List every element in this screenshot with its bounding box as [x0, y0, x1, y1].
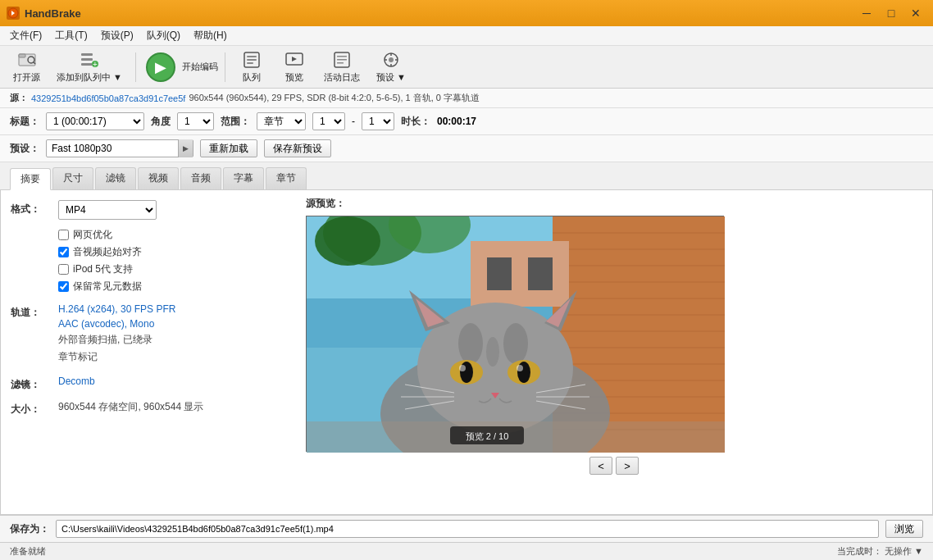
svg-rect-7: [81, 63, 93, 66]
browse-button[interactable]: 浏览: [885, 520, 923, 538]
web-optimize-checkbox[interactable]: [58, 230, 69, 240]
menu-file[interactable]: 文件(F): [3, 27, 48, 44]
tab-subtitles[interactable]: 字幕: [223, 167, 264, 189]
duration-value: 00:00:17: [437, 116, 476, 127]
svg-rect-2: [19, 54, 25, 57]
checkbox-ipod: iPod 5代 支持: [58, 262, 286, 276]
preset-dropdown[interactable]: Fast 1080p30 ▶: [46, 139, 193, 157]
tab-summary[interactable]: 摘要: [10, 168, 51, 190]
track1: H.264 (x264), 30 FPS PFR: [58, 303, 286, 315]
metadata-checkbox[interactable]: [58, 281, 69, 292]
close-button[interactable]: ✕: [905, 4, 926, 22]
track4: 章节标记: [58, 350, 286, 364]
activity-log-icon: [332, 50, 352, 70]
web-optimize-label: 网页优化: [73, 228, 112, 242]
status-bar: 准备就绪 当完成时： 无操作 ▼: [0, 542, 933, 560]
preview-label: 源预览：: [306, 197, 922, 211]
source-hash: 4329251b4bd6f05b0a87ca3d91c7ee5f: [31, 93, 185, 103]
preset-arrow-icon[interactable]: ▶: [178, 139, 193, 157]
size-content: 960x544 存储空间, 960x544 显示: [58, 400, 286, 414]
app-icon: [7, 7, 20, 20]
preview-prev-button[interactable]: <: [589, 457, 612, 475]
preview-button[interactable]: 预览: [275, 49, 314, 85]
preset-label: 预设：: [10, 142, 39, 156]
left-panel: 格式： MP4 网页优化 音视频起始对齐 iPod 5代 支持: [1, 190, 296, 514]
tab-size[interactable]: 尺寸: [52, 167, 93, 189]
duration-label: 时长：: [401, 115, 430, 129]
svg-point-56: [503, 323, 528, 364]
start-encode-button[interactable]: ▶: [146, 52, 175, 82]
size-value: 960x544 存储空间, 960x544 显示: [58, 401, 203, 412]
tracks-row: 轨道： H.264 (x264), 30 FPS PFR AAC (avcode…: [11, 303, 286, 367]
reload-preset-button[interactable]: 重新加载: [200, 139, 257, 157]
checkbox-group: 网页优化 音视频起始对齐 iPod 5代 支持 保留常见元数据: [11, 228, 286, 294]
add-to-queue-button[interactable]: + 添加到队列中 ▼: [50, 49, 129, 85]
menu-tools[interactable]: 工具(T): [48, 27, 93, 44]
svg-text:预览 2 / 10: 预览 2 / 10: [466, 431, 509, 441]
menu-queue[interactable]: 队列(Q): [140, 27, 187, 44]
queue-button[interactable]: 队列: [232, 49, 271, 85]
menu-presets[interactable]: 预设(P): [94, 27, 140, 44]
svg-rect-12: [247, 59, 257, 61]
format-content: MP4: [58, 200, 286, 220]
tab-audio[interactable]: 音频: [180, 167, 221, 189]
svg-point-21: [389, 57, 394, 62]
preset-row: 预设： Fast 1080p30 ▶ 重新加载 保存新预设: [0, 135, 933, 162]
source-info: 960x544 (960x544), 29 FPS, SDR (8-bit 4:…: [189, 92, 480, 104]
svg-rect-46: [471, 241, 569, 307]
status-right-label: 当完成时：: [837, 546, 882, 556]
filters-label: 滤镜：: [11, 376, 52, 392]
tabs-row: 摘要 尺寸 滤镜 视频 音频 字幕 章节: [0, 162, 933, 190]
presets-icon: [381, 50, 401, 70]
status-right: 当完成时： 无操作 ▼: [837, 545, 923, 558]
menu-bar: 文件(F) 工具(T) 预设(P) 队列(Q) 帮助(H): [0, 26, 933, 46]
svg-point-45: [315, 216, 380, 266]
svg-marker-15: [292, 57, 297, 61]
range-to-select[interactable]: 1: [362, 112, 394, 130]
open-source-button[interactable]: 打开源: [7, 49, 47, 85]
presets-button[interactable]: 预设 ▼: [370, 49, 412, 85]
source-row: 源： 4329251b4bd6f05b0a87ca3d91c7ee5f 960x…: [0, 89, 933, 108]
save-path-input[interactable]: [56, 520, 879, 538]
align-av-checkbox[interactable]: [58, 247, 69, 257]
angle-select[interactable]: 1: [177, 112, 214, 130]
title-select[interactable]: 1 (00:00:17): [46, 112, 144, 130]
ipod-checkbox[interactable]: [58, 264, 69, 275]
tab-filters[interactable]: 滤镜: [95, 167, 136, 189]
tracks-content: H.264 (x264), 30 FPS PFR AAC (avcodec), …: [58, 303, 286, 367]
menu-help[interactable]: 帮助(H): [187, 27, 234, 44]
svg-rect-13: [247, 62, 253, 64]
maximize-button[interactable]: □: [881, 4, 902, 22]
svg-rect-11: [247, 56, 257, 57]
svg-point-60: [459, 365, 466, 371]
filters-row: 滤镜： Decomb: [11, 376, 286, 392]
window-controls: ─ □ ✕: [856, 4, 926, 22]
svg-rect-47: [487, 257, 512, 290]
tracks-label: 轨道：: [11, 303, 52, 320]
svg-point-63: [517, 365, 523, 371]
format-select[interactable]: MP4: [58, 200, 157, 220]
add-to-queue-icon: +: [80, 50, 99, 70]
svg-rect-17: [337, 56, 347, 57]
toolbar: 打开源 + 添加到队列中 ▼ ▶ 开始编码 队列 预览 活动日志 预设 ▼: [0, 46, 933, 89]
toolbar-separator-2: [225, 52, 225, 82]
preview-image: 预览 2 / 10: [307, 216, 725, 453]
svg-point-62: [517, 362, 530, 383]
track3: 外部音频扫描, 已绕录: [58, 333, 286, 347]
filters-content: Decomb: [58, 376, 286, 387]
controls-row: 标题： 1 (00:00:17) 角度 1 范围： 章节 1 - 1 时长： 0…: [0, 108, 933, 135]
svg-rect-48: [528, 257, 553, 290]
range-type-select[interactable]: 章节: [257, 112, 306, 130]
save-preset-button[interactable]: 保存新预设: [264, 139, 331, 157]
activity-log-button[interactable]: 活动日志: [317, 49, 366, 85]
tab-video[interactable]: 视频: [138, 167, 179, 189]
minimize-button[interactable]: ─: [856, 4, 877, 22]
preview-next-button[interactable]: >: [616, 457, 639, 475]
save-row: 保存为： 浏览: [0, 515, 933, 542]
size-row: 大小： 960x544 存储空间, 960x544 显示: [11, 400, 286, 417]
metadata-label: 保留常见元数据: [73, 280, 142, 294]
tab-chapters[interactable]: 章节: [266, 167, 307, 189]
right-panel: 源预览：: [296, 190, 932, 514]
completion-action-dropdown[interactable]: 无操作 ▼: [885, 546, 923, 556]
range-from-select[interactable]: 1: [312, 112, 345, 130]
